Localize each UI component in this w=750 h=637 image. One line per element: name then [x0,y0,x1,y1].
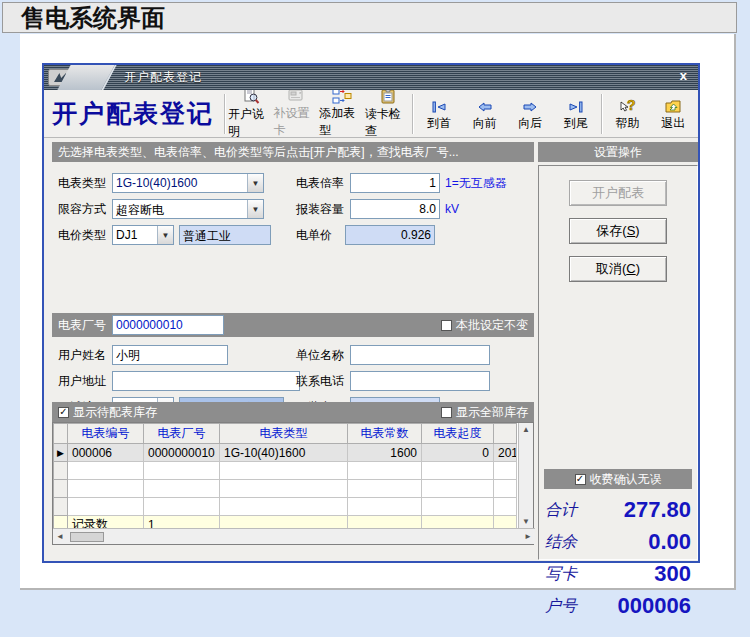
pending-stock-checkbox[interactable] [58,407,69,418]
nav-first-button[interactable]: 到首 [416,92,462,136]
nav-last-icon [567,96,585,114]
nav-next-button[interactable]: 向后 [508,92,554,136]
price-type-desc: 普通工业 [179,225,271,245]
toolbar-separator [412,94,414,134]
nav-prev-button[interactable]: 向前 [462,92,508,136]
help-button[interactable]: ? 帮助 [605,92,651,136]
chevron-down-icon[interactable]: ▼ [157,226,173,244]
meter-type-label: 电表类型 [58,175,106,192]
scroll-left-icon[interactable]: ◄ [56,532,64,541]
read-card-check-button[interactable]: 读卡检查 [365,92,411,136]
write-card-value: 300 [654,561,691,587]
scroll-up-icon[interactable]: ▲ [522,425,530,434]
summary-writecard-row: 写卡 300 [545,558,691,590]
setup-card-button: * 补设置卡 [274,92,320,136]
hint-bar: 先选择电表类型、电表倍率、电价类型等后点击[开户配表]，查找电表厂号... [52,142,534,162]
summary-total-row: 合计 277.80 [545,494,691,526]
batch-fixed-label: 本批设定不变 [456,317,528,334]
open-instructions-button[interactable]: 开户说明 [228,92,274,136]
toolbar: 开户配表登记 开户说明 * 补设置卡 添加表型 读卡检查 [44,90,698,138]
nav-first-icon [430,96,448,114]
unit-price-value: 0.926 [345,225,435,245]
user-name-label: 用户姓名 [58,347,106,364]
toolbar-separator [601,94,603,134]
settings-panel: 开户配表 保存(S) 取消(C) 收费确认无误 合计 277.80 结余 0.0… [538,165,698,560]
phone-input[interactable] [350,371,490,391]
show-pending-stock-option[interactable]: 显示待配表库存 [58,404,157,421]
nav-next-icon [521,96,539,114]
exit-icon [664,96,682,114]
empty-row [54,462,517,480]
col-meter-type[interactable]: 电表类型 [220,424,348,444]
nav-last-button[interactable]: 到尾 [553,92,599,136]
read-card-icon [379,88,397,105]
meter-type-select[interactable]: 1G-10(40)1600▼ [112,173,264,193]
scroll-right-icon[interactable]: ► [524,532,532,541]
factory-no-bar: 电表厂号 本批设定不变 [52,313,534,337]
price-type-select[interactable]: DJ1▼ [112,225,174,245]
fee-confirm-label: 收费确认无误 [590,471,662,488]
capacity-input[interactable] [350,199,440,219]
toolbar-separator [224,94,226,134]
save-button[interactable]: 保存(S) [569,218,667,244]
dialog-titlebar: 开户配表登记 x [44,65,698,90]
address-label: 用户地址 [58,373,106,390]
toolbar-brand-title: 开户配表登记 [46,97,222,130]
close-icon[interactable]: x [676,68,691,83]
capacity-unit: kV [445,202,459,216]
limit-mode-select[interactable]: 超容断电▼ [112,199,264,219]
settings-panel-title: 设置操作 [538,142,698,162]
meter-ratio-input[interactable] [350,173,440,193]
user-name-input[interactable] [112,345,228,365]
page-title: 售电系统界面 [2,2,737,33]
meter-ratio-note: 1=无互感器 [445,175,507,192]
col-start-reading[interactable]: 电表起度 [422,424,494,444]
org-name-label: 单位名称 [296,347,344,364]
table-vertical-scrollbar[interactable]: ▲▼ [518,423,533,528]
summary-account-row: 户号 000006 [545,590,691,622]
fee-confirm-checkbox[interactable] [575,474,586,485]
scroll-down-icon[interactable]: ▼ [522,517,530,526]
factory-no-input[interactable] [112,315,224,335]
svg-text:?: ? [627,97,636,113]
table-row[interactable]: ▶ 000006 0000000010 1G-10(40)1600 1600 0… [54,444,517,462]
add-meter-type-button[interactable]: 添加表型 [319,92,365,136]
phone-label: 联系电话 [296,373,344,390]
table-horizontal-scrollbar[interactable]: ◄► [53,528,535,544]
address-input[interactable] [112,371,300,391]
org-name-input[interactable] [350,345,490,365]
all-stock-checkbox[interactable] [441,407,452,418]
cancel-button[interactable]: 取消(C) [569,256,667,282]
meter-ratio-label: 电表倍率 [296,175,344,192]
dialog-window: 开户配表登记 x 开户配表登记 开户说明 * 补设置卡 添加表型 [42,63,700,563]
scrollbar-thumb[interactable] [70,532,104,542]
chevron-down-icon[interactable]: ▼ [247,174,263,192]
summary-balance-row: 结余 0.00 [545,526,691,558]
unit-price-label: 电单价 [296,227,332,244]
col-factory-no[interactable]: 电表厂号 [144,424,220,444]
show-all-stock-option[interactable]: 显示全部库存 [441,404,528,421]
help-icon: ? [619,96,637,114]
batch-fixed-checkbox[interactable] [441,320,452,331]
exit-button[interactable]: 退出 [650,92,696,136]
factory-no-label: 电表厂号 [58,317,106,334]
total-value: 277.80 [624,497,691,523]
col-meter-id[interactable]: 电表编号 [68,424,144,444]
balance-value: 0.00 [648,529,691,555]
open-meter-config-button: 开户配表 [569,180,667,206]
stock-filter-bar: 显示待配表库存 显示全部库存 [52,402,534,422]
row-selector-icon: ▶ [54,444,68,462]
account-no-value: 000006 [618,593,691,619]
nav-prev-icon [476,96,494,114]
meter-stock-table: 电表编号 电表厂号 电表类型 电表常数 电表起度 ▶ 000006 000000… [52,422,534,545]
table-header-row: 电表编号 电表厂号 电表类型 电表常数 电表起度 [54,424,517,444]
add-meter-type-icon [332,88,352,104]
empty-row [54,480,517,498]
empty-row [54,498,517,516]
limit-mode-label: 限容方式 [58,201,106,218]
dialog-title: 开户配表登记 [124,69,202,86]
fee-confirm-bar[interactable]: 收费确认无误 [544,469,692,489]
chevron-down-icon[interactable]: ▼ [247,200,263,218]
capacity-label: 报装容量 [296,201,344,218]
col-constant[interactable]: 电表常数 [348,424,422,444]
